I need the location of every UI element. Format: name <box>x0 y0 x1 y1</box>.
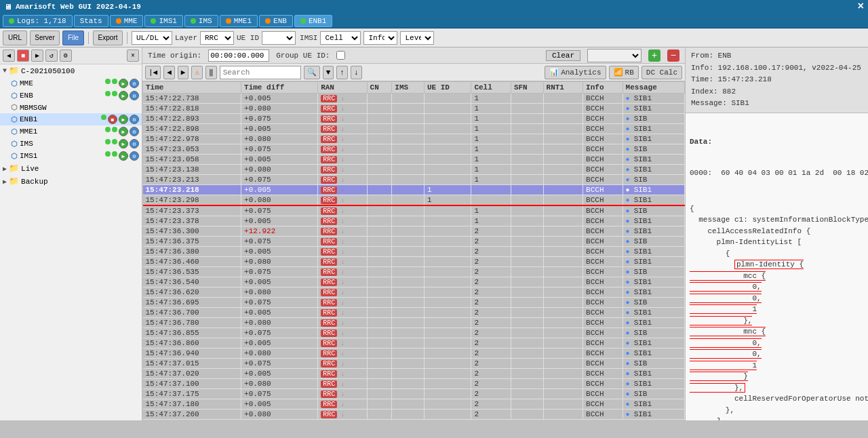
table-row[interactable]: 15:47:22.978+0.080RRC ↓1BCCH● SIB1 <box>143 134 685 144</box>
table-row[interactable]: 15:47:36.540+0.005RRC ↓2BCCH● SIB1 <box>143 277 685 287</box>
mme-cfg-btn[interactable]: ⚙ <box>130 79 139 88</box>
sidebar-item-mbmsgw[interactable]: ⬡ MBMSGW <box>0 102 142 113</box>
table-row[interactable]: 15:47:22.893+0.075RRC ↓1BCCH● SIB <box>143 114 685 124</box>
col-message[interactable]: Message <box>623 82 684 94</box>
table-row[interactable]: 15:47:36.695+0.075RRC ↓2BCCH● SIB <box>143 298 685 308</box>
analytics-btn[interactable]: 📊 Analytics <box>545 66 606 79</box>
stats-tab[interactable]: Stats <box>74 15 108 27</box>
table-row[interactable]: 15:47:36.700+0.005RRC ↓2BCCH● SIB1 <box>143 308 685 318</box>
sidebar-item-enb[interactable]: ⬡ ENB ▶ ⚙ <box>0 89 142 102</box>
table-row[interactable]: 15:47:23.138+0.080RRC ↓1BCCH● SIB1 <box>143 165 685 175</box>
ueid-select[interactable] <box>262 31 296 45</box>
table-row[interactable]: 15:47:22.818+0.080RRC ↓1BCCH● SIB1 <box>143 104 685 114</box>
table-row[interactable]: 15:47:23.218+0.005RRC ↓1BCCH● SIB1 <box>143 185 685 195</box>
pause-btn[interactable]: ‖ <box>205 66 217 79</box>
right-panel-content[interactable]: Data: 0000: 60 40 04 03 00 01 1a 2d 00 1… <box>686 113 868 420</box>
enb1-stop-btn[interactable]: ■ <box>108 115 117 124</box>
sidebar-back-btn[interactable]: ◀ <box>3 49 15 62</box>
table-row[interactable]: 15:47:23.058+0.005RRC ↓1BCCH● SIB1 <box>143 155 685 165</box>
table-row[interactable]: 15:47:37.260+0.080RRC ↓2BCCH● SIB1 <box>143 410 685 420</box>
table-row[interactable]: 15:47:36.535+0.075RRC ↓2BCCH● SIB <box>143 267 685 277</box>
down-btn[interactable]: ↓ <box>351 66 362 79</box>
search-input[interactable] <box>220 66 301 79</box>
table-row[interactable]: 15:47:23.373+0.075RRC ↓1BCCH● SIB <box>143 205 685 216</box>
mme1-play-btn[interactable]: ▶ <box>119 127 128 136</box>
table-row[interactable]: 15:47:36.380+0.005RRC ↓2BCCH● SIB1 <box>143 247 685 257</box>
enb1-play-btn[interactable]: ▶ <box>119 115 128 124</box>
remove-filter-btn[interactable]: − <box>667 49 679 62</box>
table-row[interactable]: 15:47:36.855+0.075RRC ↓2BCCH● SIB <box>143 328 685 338</box>
table-row[interactable]: 15:47:37.100+0.080RRC ↓2BCCH● SIB1 <box>143 379 685 389</box>
sidebar-config-btn[interactable]: ⚙ <box>60 49 72 62</box>
col-cell[interactable]: Cell <box>471 82 511 94</box>
add-filter-btn[interactable]: + <box>648 49 660 62</box>
table-row[interactable]: 15:47:37.180+0.005RRC ↓2BCCH● SIB1 <box>143 399 685 410</box>
sidebar-item-ims1[interactable]: ⬡ IMS1 ▶ ⚙ <box>0 150 142 162</box>
table-row[interactable]: 15:47:23.298+0.080RRC ↓1BCCH● SIB1 <box>143 195 685 206</box>
table-row[interactable]: 15:47:23.378+0.005RRC ↓1BCCH● SIB1 <box>143 216 685 226</box>
col-ran[interactable]: RAN <box>318 82 367 94</box>
table-row[interactable]: 15:47:37.015+0.075RRC ↓2BCCH● SIB <box>143 359 685 369</box>
table-row[interactable]: 15:47:36.375+0.075RRC ↓2BCCH● SIB <box>143 237 685 247</box>
sidebar-play-btn[interactable]: ▶ <box>31 49 43 62</box>
file-btn[interactable]: File <box>62 31 84 45</box>
filter-dropdown[interactable] <box>587 49 642 62</box>
sidebar-stop-btn[interactable]: ■ <box>17 49 29 62</box>
next-btn[interactable]: ▶ <box>178 66 189 79</box>
table-row[interactable]: 15:47:36.940+0.080RRC ↓2BCCH● SIB1 <box>143 349 685 359</box>
url-btn[interactable]: URL <box>3 31 27 45</box>
filter-icon-btn[interactable]: ▼ <box>323 66 334 79</box>
sidebar-item-mme1[interactable]: ⬡ MME1 ▶ ⚙ <box>0 125 142 138</box>
ims1-play-btn[interactable]: ▶ <box>119 151 128 161</box>
ims-play-btn[interactable]: ▶ <box>119 139 128 148</box>
sidebar-item-ims[interactable]: ⬡ IMS ▶ ⚙ <box>0 138 142 150</box>
enb1-cfg-btn[interactable]: ⚙ <box>130 115 139 124</box>
ims-cfg-btn[interactable]: ⚙ <box>130 139 139 148</box>
group-ue-checkbox[interactable] <box>336 51 345 60</box>
prev-btn[interactable]: ◀ <box>163 66 175 79</box>
logs-tab[interactable]: Logs: 1,718 <box>3 15 73 27</box>
enb-play-btn[interactable]: ▶ <box>119 91 128 100</box>
table-row[interactable]: 15:47:36.300+12.922RRC ↓2BCCH● SIB1 <box>143 226 685 237</box>
mode-select[interactable]: UL/DL <box>132 31 172 45</box>
col-ueid[interactable]: UE ID <box>424 82 471 94</box>
mme-tab[interactable]: MME <box>110 15 144 27</box>
dc-calc-btn[interactable]: DC Calc <box>642 66 682 79</box>
up-btn[interactable]: ↑ <box>336 66 348 79</box>
log-table-container[interactable]: Time Time diff RAN CN IMS UE ID Cell SFN… <box>142 81 685 420</box>
table-row[interactable]: 15:47:36.620+0.080RRC ↓2BCCH● SIB1 <box>143 287 685 298</box>
enb1-tab[interactable]: ENB1 <box>294 15 332 27</box>
level-select[interactable]: Level <box>400 31 434 45</box>
col-ims[interactable]: IMS <box>392 82 425 94</box>
server-btn[interactable]: Server <box>30 31 60 45</box>
col-time[interactable]: Time <box>143 82 241 94</box>
cellid-select[interactable]: Cell ID <box>320 31 361 45</box>
close-icon[interactable]: × <box>857 1 864 13</box>
export-btn[interactable]: Export <box>93 31 123 45</box>
info-select[interactable]: Info <box>363 31 397 45</box>
sidebar-item-backup[interactable]: ▶ 📁 Backup <box>0 175 142 188</box>
table-row[interactable]: 15:47:22.738+0.005RRC ↓1BCCH● SIB1 <box>143 94 685 104</box>
col-info[interactable]: Info <box>583 82 623 94</box>
ims1-tab[interactable]: IMS1 <box>144 15 182 27</box>
ims1-cfg-btn[interactable]: ⚙ <box>130 151 139 161</box>
table-row[interactable]: 15:47:23.213+0.075RRC ↓1BCCH● SIB <box>143 175 685 185</box>
col-sfn[interactable]: SFN <box>511 82 543 94</box>
table-row[interactable]: 15:47:37.020+0.005RRC ↓2BCCH● SIB1 <box>143 369 685 379</box>
table-row[interactable]: 15:47:37.175+0.075RRC ↓2BCCH● SIB <box>143 389 685 399</box>
col-cn[interactable]: CN <box>367 82 392 94</box>
sidebar-item-live[interactable]: ▶ 📁 Live <box>0 162 142 175</box>
time-origin-input[interactable] <box>208 49 269 62</box>
col-rnti[interactable]: RNT1 <box>543 82 583 94</box>
table-row[interactable]: 15:47:36.780+0.080RRC ↓2BCCH● SIB1 <box>143 318 685 328</box>
enb-tab[interactable]: ENB <box>259 15 293 27</box>
first-btn[interactable]: |◀ <box>145 66 161 79</box>
warn-btn[interactable]: ⚠ <box>191 66 203 79</box>
sidebar-item-mme[interactable]: ⬡ MME ▶ ⚙ <box>0 77 142 89</box>
mme1-cfg-btn[interactable]: ⚙ <box>130 127 139 136</box>
search-icon-btn[interactable]: 🔍 <box>304 66 320 79</box>
ims-tab[interactable]: IMS <box>184 15 218 27</box>
table-row[interactable]: 15:47:22.898+0.005RRC ↓1BCCH● SIB1 <box>143 124 685 134</box>
mme-play-btn[interactable]: ▶ <box>119 79 128 88</box>
col-timediff[interactable]: Time diff <box>241 82 318 94</box>
